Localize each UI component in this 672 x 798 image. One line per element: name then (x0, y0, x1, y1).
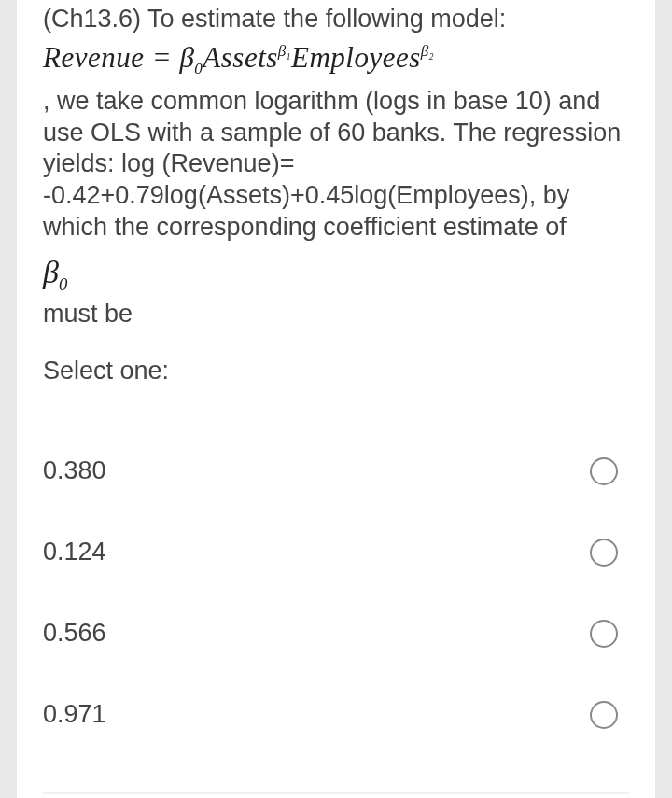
question-intro: (Ch13.6) To estimate the following model… (43, 0, 629, 35)
option-label: 0.380 (43, 456, 106, 485)
option-label: 0.566 (43, 619, 106, 648)
option-label: 0.124 (43, 538, 106, 567)
model-equation: Revenue = β0Assetsβ1Employeesβ2 (43, 41, 629, 78)
beta0-symbol: β0 (43, 255, 629, 295)
divider (43, 792, 629, 794)
select-one-text: Select one: (43, 357, 629, 385)
option-row[interactable]: 0.971 (43, 674, 629, 755)
radio-icon[interactable] (590, 539, 618, 567)
option-row[interactable]: 0.124 (43, 511, 629, 593)
radio-icon[interactable] (590, 620, 618, 648)
must-be-text: must be (43, 300, 629, 329)
question-card: (Ch13.6) To estimate the following model… (17, 0, 655, 798)
option-row[interactable]: 0.380 (43, 430, 629, 511)
option-row[interactable]: 0.566 (43, 593, 629, 674)
radio-icon[interactable] (590, 701, 618, 729)
question-body: , we take common logarithm (logs in base… (43, 82, 629, 244)
options-group: 0.380 0.124 0.566 0.971 (43, 430, 629, 755)
option-label: 0.971 (43, 700, 106, 729)
radio-icon[interactable] (590, 457, 618, 485)
